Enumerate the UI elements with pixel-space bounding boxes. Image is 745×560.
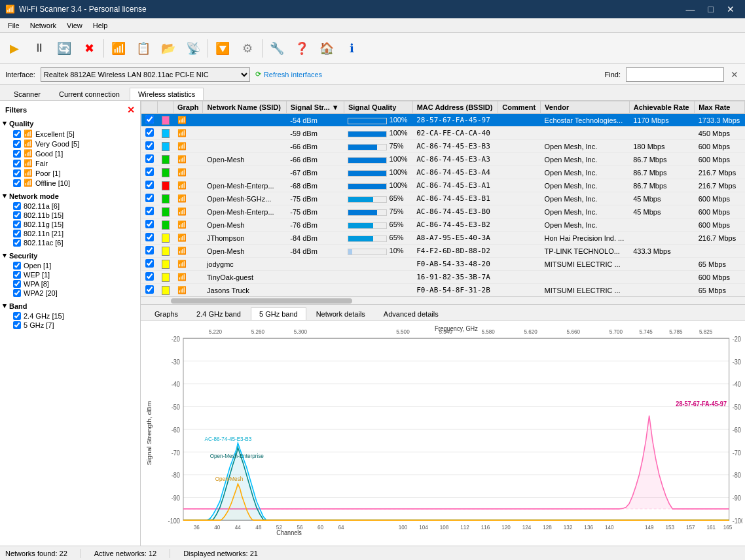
- filter-network-mode-title[interactable]: ▾ Network mode: [3, 190, 137, 201]
- tab-current-connection[interactable]: Current connection: [50, 88, 128, 100]
- table-row[interactable]: 📶 Open-Mesh-Enterp... -75 dBm 75% AC-86-…: [141, 205, 745, 219]
- settings-button[interactable]: ⚙: [236, 37, 259, 60]
- tab-2-4ghz-band[interactable]: 2.4 GHz band: [188, 307, 249, 320]
- filter-wpa-checkbox[interactable]: [13, 280, 21, 288]
- export-button[interactable]: 📋: [132, 37, 155, 60]
- find-input[interactable]: [626, 67, 724, 82]
- table-row[interactable]: 📶 -66 dBm 75% AC-86-74-45-E3-B3 Open Mes…: [141, 140, 745, 153]
- col-quality[interactable]: Signal Quality: [344, 101, 412, 114]
- row-checkbox-cell[interactable]: [141, 114, 158, 127]
- col-rate[interactable]: Achievable Rate: [629, 101, 694, 114]
- row-checkbox[interactable]: [145, 128, 154, 137]
- filter-80211a-checkbox[interactable]: [13, 202, 21, 210]
- menu-file[interactable]: File: [3, 20, 25, 31]
- row-checkbox-cell[interactable]: [141, 232, 158, 245]
- find-clear-button[interactable]: ✕: [729, 69, 740, 80]
- col-ssid[interactable]: Network Name (SSID): [203, 101, 286, 114]
- menu-view[interactable]: View: [62, 20, 88, 31]
- maximize-button[interactable]: □: [703, 3, 719, 16]
- menu-help[interactable]: Help: [88, 20, 113, 31]
- refresh-button[interactable]: 🔄: [52, 37, 76, 60]
- close-button[interactable]: ✕: [721, 3, 740, 16]
- col-vendor[interactable]: Vendor: [541, 101, 630, 114]
- row-checkbox[interactable]: [145, 194, 154, 202]
- row-checkbox[interactable]: [145, 220, 154, 228]
- pause-button[interactable]: ⏸: [27, 37, 51, 60]
- filter-fair-checkbox[interactable]: [13, 160, 21, 167]
- row-checkbox-cell[interactable]: [141, 127, 158, 140]
- filter-2-4ghz-checkbox[interactable]: [13, 312, 21, 320]
- table-row[interactable]: 📶 -67 dBm 100% AC-86-74-45-E3-A4 Open Me…: [141, 166, 745, 179]
- row-checkbox[interactable]: [145, 115, 154, 124]
- table-row[interactable]: 📶 TinyOak-guest 16-91-82-35-3B-7A 600 Mb…: [141, 271, 745, 284]
- filter-80211b-checkbox[interactable]: [13, 211, 21, 219]
- filter-good-checkbox[interactable]: [13, 150, 21, 158]
- tools-button[interactable]: 🔧: [265, 37, 289, 60]
- row-checkbox-cell[interactable]: [141, 245, 158, 258]
- table-row[interactable]: 📶 Open-Mesh -84 dBm 10% F4-F2-6D-8D-88-D…: [141, 245, 745, 258]
- filter-quality-title[interactable]: ▾ Quality: [3, 118, 137, 129]
- col-color[interactable]: [158, 101, 173, 114]
- col-checkbox[interactable]: [141, 101, 158, 114]
- start-button[interactable]: ▶: [3, 37, 26, 60]
- row-checkbox-cell[interactable]: [141, 258, 158, 271]
- table-row[interactable]: 📶 -59 dBm 100% 02-CA-FE-CA-CA-40 450 Mbp…: [141, 127, 745, 140]
- row-checkbox-cell[interactable]: [141, 219, 158, 232]
- interface-select[interactable]: Realtek 8812AE Wireless LAN 802.11ac PCI…: [41, 67, 250, 82]
- tab-5ghz-band[interactable]: 5 GHz band: [251, 307, 306, 320]
- tab-network-details[interactable]: Network details: [308, 307, 374, 320]
- table-row[interactable]: 📶 Open-Mesh -66 dBm 100% AC-86-74-45-E3-…: [141, 153, 745, 166]
- menu-network[interactable]: Network: [25, 20, 62, 31]
- row-checkbox-cell[interactable]: [141, 179, 158, 192]
- table-row[interactable]: 📶 jodygmc F0-AB-54-33-48-20 MITSUMI ELEC…: [141, 258, 745, 271]
- row-checkbox-cell[interactable]: [141, 192, 158, 205]
- row-checkbox[interactable]: [145, 154, 154, 163]
- filter-open-checkbox[interactable]: [13, 262, 21, 270]
- refresh-interfaces-button[interactable]: ⟳ Refresh interfaces: [255, 70, 322, 79]
- row-checkbox-cell[interactable]: [141, 153, 158, 166]
- col-comment[interactable]: Comment: [498, 101, 541, 114]
- filter-wpa2-checkbox[interactable]: [13, 289, 21, 297]
- table-row[interactable]: 📶 Open-Mesh-5GHz... -75 dBm 65% AC-86-74…: [141, 192, 745, 205]
- import-button[interactable]: 📂: [156, 37, 180, 60]
- signal-chart-button[interactable]: 📶: [107, 37, 130, 60]
- row-checkbox[interactable]: [145, 141, 154, 150]
- col-maxrate[interactable]: Max Rate: [695, 101, 745, 114]
- filter-80211n-checkbox[interactable]: [13, 230, 21, 237]
- info-button[interactable]: ℹ: [340, 37, 363, 60]
- row-checkbox[interactable]: [145, 207, 154, 215]
- row-checkbox-cell[interactable]: [141, 166, 158, 179]
- table-hscroll[interactable]: [141, 297, 745, 305]
- stop-button[interactable]: ✖: [77, 37, 101, 60]
- filter-wep-checkbox[interactable]: [13, 271, 21, 279]
- filter-band-title[interactable]: ▾ Band: [3, 300, 137, 311]
- filter-very-good-checkbox[interactable]: [13, 140, 21, 148]
- row-checkbox-cell[interactable]: [141, 284, 158, 297]
- help-button[interactable]: ❓: [290, 37, 314, 60]
- tab-wireless-statistics[interactable]: Wireless statistics: [130, 88, 204, 100]
- network-table-container[interactable]: Graph Network Name (SSID) Signal Str... …: [141, 101, 745, 297]
- table-row[interactable]: 📶 Jasons Truck F0-AB-54-8F-31-2B MITSUMI…: [141, 284, 745, 297]
- table-row[interactable]: 📶 Open-Mesh -76 dBm 65% AC-86-74-45-E3-B…: [141, 219, 745, 232]
- row-checkbox[interactable]: [145, 181, 154, 189]
- tab-advanced-details[interactable]: Advanced details: [375, 307, 447, 320]
- table-row[interactable]: 📶 JThompson -84 dBm 65% A8-A7-95-E5-40-3…: [141, 232, 745, 245]
- row-checkbox[interactable]: [145, 285, 154, 294]
- filter-button[interactable]: 🔽: [211, 37, 234, 60]
- row-checkbox-cell[interactable]: [141, 140, 158, 153]
- home-button[interactable]: 🏠: [315, 37, 338, 60]
- tab-graphs[interactable]: Graphs: [146, 307, 187, 320]
- row-checkbox-cell[interactable]: [141, 271, 158, 284]
- row-checkbox[interactable]: [145, 272, 154, 281]
- filter-security-title[interactable]: ▾ Security: [3, 250, 137, 261]
- row-checkbox[interactable]: [145, 259, 154, 268]
- row-checkbox-cell[interactable]: [141, 205, 158, 219]
- filter-80211ac-checkbox[interactable]: [13, 239, 21, 247]
- filter-excellent-checkbox[interactable]: [13, 130, 21, 138]
- tab-scanner[interactable]: Scanner: [5, 88, 49, 100]
- rss-button[interactable]: 📡: [181, 37, 205, 60]
- table-row[interactable]: 📶 -54 dBm 100% 28-57-67-FA-45-97 Echosta…: [141, 114, 745, 127]
- row-checkbox[interactable]: [145, 246, 154, 254]
- filter-poor-checkbox[interactable]: [13, 169, 21, 177]
- filter-offline-checkbox[interactable]: [13, 179, 21, 187]
